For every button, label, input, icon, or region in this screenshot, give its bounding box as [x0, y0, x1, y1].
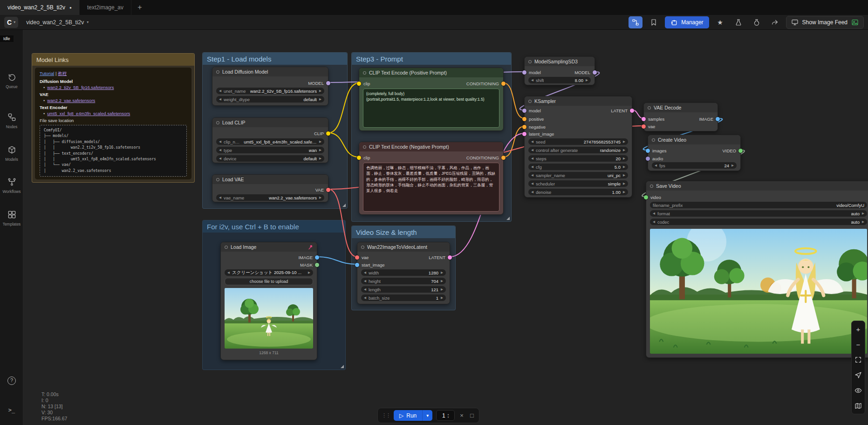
comfyui-logo-menu-button[interactable]: C ▾	[4, 17, 18, 28]
widget-sampler-name[interactable]: ◀sampler_nameuni_pc▶	[528, 172, 628, 178]
toggle-visibility-button[interactable]	[853, 385, 864, 396]
node-header[interactable]: ModelSamplingSD3	[525, 57, 595, 66]
group-title[interactable]: For i2v, use Ctrl + B to enable	[203, 220, 345, 233]
input-slot-start-image[interactable]: start_image	[355, 261, 385, 268]
group-title[interactable]: Step1 - Load models	[203, 53, 347, 65]
input-slot-clip[interactable]: clip	[357, 154, 370, 161]
node-header[interactable]: CLIP Text Encode (Negative Prompt)	[359, 142, 503, 151]
node-header[interactable]: Load Image	[221, 242, 317, 252]
widget-type[interactable]: ◀typewan▶	[216, 147, 324, 153]
help-button[interactable]: ?	[0, 377, 23, 385]
group-title[interactable]: Model Links	[32, 54, 194, 66]
workflow-name-dropdown[interactable]: video_wan2_2_5B_ti2v ▾	[26, 19, 89, 26]
tab-text2image-av[interactable]: text2image_av	[80, 0, 131, 15]
lab-feature-button[interactable]	[750, 16, 764, 28]
widget-batch-size[interactable]: ◀batch_size1▶	[361, 295, 446, 301]
prev-arrow-icon[interactable]: ◀	[219, 148, 221, 152]
widget-weight-dtype[interactable]: ◀weight_dtypedefault▶	[216, 96, 324, 103]
group-resize-handle[interactable]	[506, 217, 510, 220]
next-arrow-icon[interactable]: ▶	[319, 148, 321, 152]
collapse-dot[interactable]	[216, 178, 219, 181]
widget-control-after-generate[interactable]: ◀control after generaterandomize▶	[528, 147, 628, 153]
output-slot-latent[interactable]: LATENT	[429, 254, 452, 260]
widget-filename-prefix[interactable]: filename_prefixvideo/ComfyU	[650, 202, 867, 208]
prev-arrow-icon[interactable]: ◀	[227, 271, 230, 274]
prev-arrow-icon[interactable]: ◀	[531, 190, 533, 194]
zoom-in-button[interactable]: +	[853, 323, 864, 335]
sidebar-item-models[interactable]: Models	[0, 145, 23, 162]
group-resize-handle[interactable]	[342, 204, 346, 207]
next-arrow-icon[interactable]: ▶	[623, 190, 625, 194]
prev-arrow-icon[interactable]: ◀	[531, 173, 533, 177]
next-arrow-icon[interactable]: ▶	[623, 173, 625, 177]
node-clip-text-encode-positive[interactable]: CLIP Text Encode (Positive Prompt) clip …	[359, 68, 504, 131]
next-arrow-icon[interactable]: ▶	[623, 165, 625, 169]
prev-arrow-icon[interactable]: ◀	[531, 182, 533, 185]
input-slot-video[interactable]: video	[644, 194, 661, 200]
next-arrow-icon[interactable]: ▶	[862, 220, 864, 224]
node-header[interactable]: KSampler	[525, 96, 632, 106]
step-down-icon[interactable]: ▾	[448, 416, 449, 418]
input-slot-audio[interactable]: audio	[646, 155, 663, 162]
node-header[interactable]: Load CLIP	[212, 118, 328, 127]
next-arrow-icon[interactable]: ▶	[319, 157, 321, 160]
prev-arrow-icon[interactable]: ◀	[364, 288, 366, 291]
show-image-feed-toggle[interactable]: Show Image Feed	[786, 16, 864, 29]
prev-arrow-icon[interactable]: ◀	[655, 164, 657, 167]
tutorial-link[interactable]: Tutorial	[40, 71, 54, 76]
node-load-image[interactable]: Load Image IMAGE MASK ◀スクリーンショット 2025-09…	[220, 242, 317, 360]
tutorial-link-zh[interactable]: 教程	[58, 71, 67, 76]
sidebar-item-queue[interactable]: Queue	[0, 73, 23, 89]
widget-format[interactable]: ◀formatauto▶	[650, 210, 867, 217]
widget-image-file[interactable]: ◀スクリーンショット 2025-09-10 ...▶	[225, 269, 313, 276]
prev-arrow-icon[interactable]: ◀	[219, 157, 221, 160]
input-slot-negative[interactable]: negative	[522, 123, 546, 130]
prev-arrow-icon[interactable]: ◀	[364, 279, 366, 283]
output-slot-image[interactable]: IMAGE	[699, 116, 720, 122]
choose-file-button[interactable]: choose file to upload	[225, 278, 313, 285]
widget-device[interactable]: ◀devicedefault▶	[216, 155, 324, 162]
output-slot-model[interactable]: MODEL	[574, 69, 597, 75]
output-slot-clip[interactable]: CLIP	[314, 130, 330, 137]
stop-button[interactable]: □	[469, 412, 475, 419]
sidebar-item-templates[interactable]: Templates	[0, 210, 23, 226]
input-slot-clip[interactable]: clip	[357, 80, 370, 87]
batch-count-input[interactable]: 1 ▴▾	[436, 410, 455, 421]
terminal-button[interactable]: >_	[0, 405, 23, 414]
node-model-sampling-sd3[interactable]: ModelSamplingSD3 model MODEL ◀shift8.00▶	[524, 56, 595, 85]
count-steppers[interactable]: ▴▾	[448, 413, 449, 418]
markdown-note-node[interactable]: Tutorial | 教程 Diffusion Model •wan2.2_ti…	[35, 68, 191, 179]
widget-length[interactable]: ◀length121▶	[361, 286, 446, 293]
collapse-dot[interactable]	[528, 100, 532, 103]
output-slot-video[interactable]: VIDEO	[722, 147, 743, 154]
node-load-vae[interactable]: Load VAE VAE ◀vae_namewan2.2_vae.safeten…	[212, 174, 328, 202]
widget-scheduler[interactable]: ◀schedulersimple▶	[528, 180, 628, 187]
negative-prompt-textarea[interactable]: 色调艳丽，过曝，静态，细节模糊不清，字幕，风格，作品，画作，画面，静止，整体发灰…	[363, 163, 499, 212]
collapse-dot[interactable]	[216, 70, 219, 74]
widget-clip-name[interactable]: ◀clip_nameumt5_xxl_fp8_e4m3fn_scaled.saf…	[216, 138, 324, 145]
collapse-dot[interactable]	[648, 106, 651, 110]
diffusion-model-link[interactable]: wan2.2_ti2v_5B_fp16.safetensors	[47, 85, 114, 90]
prev-arrow-icon[interactable]: ◀	[531, 165, 533, 169]
output-slot-model[interactable]: MODEL	[308, 80, 330, 86]
widget-vae-name[interactable]: ◀vae_namewan2.2_vae.safetensors▶	[216, 194, 324, 201]
prev-arrow-icon[interactable]: ◀	[653, 212, 655, 215]
node-header[interactable]: Wan22ImageToVideoLatent	[357, 242, 450, 252]
group-resize-handle[interactable]	[341, 365, 344, 368]
next-arrow-icon[interactable]: ▶	[319, 140, 321, 144]
prev-arrow-icon[interactable]: ◀	[531, 78, 533, 82]
node-save-video[interactable]: Save Video video filename_prefixvideo/Co…	[646, 181, 868, 358]
widget-cfg[interactable]: ◀cfg5.0▶	[528, 164, 628, 170]
node-load-clip[interactable]: Load CLIP CLIP ◀clip_nameumt5_xxl_fp8_e4…	[212, 117, 328, 163]
collapse-dot[interactable]	[363, 71, 366, 75]
prev-arrow-icon[interactable]: ◀	[219, 196, 221, 199]
widget-shift[interactable]: ◀shift8.00▶	[528, 77, 591, 83]
next-arrow-icon[interactable]: ▶	[623, 140, 625, 144]
text-encoder-link[interactable]: umt5_xxl_fp8_e4m3fn_scaled.safetensors	[47, 111, 130, 116]
node-header[interactable]: Save Video	[646, 181, 868, 191]
next-arrow-icon[interactable]: ▶	[586, 78, 588, 82]
collapse-dot[interactable]	[363, 145, 366, 149]
image-preview[interactable]	[225, 288, 313, 349]
output-slot-conditioning[interactable]: CONDITIONING	[466, 80, 506, 87]
favorites-button[interactable]: ★	[713, 16, 727, 28]
